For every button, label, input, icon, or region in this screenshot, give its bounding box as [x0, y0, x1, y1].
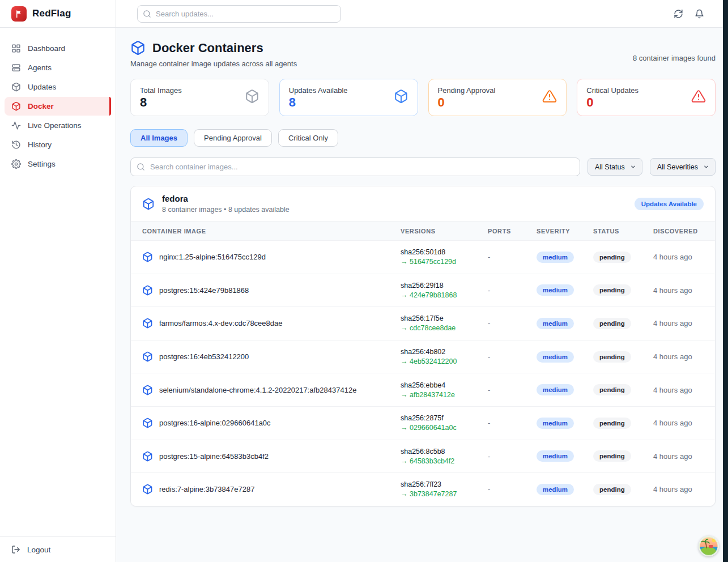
- status-filter-dropdown[interactable]: All Status: [587, 158, 642, 176]
- severity-cell: medium: [537, 351, 593, 363]
- table-row[interactable]: redis:7-alpine:3b73847e7287 sha256:7ff23…: [131, 472, 715, 506]
- status-cell: pending: [593, 384, 653, 395]
- topbar-icons: [674, 9, 704, 19]
- discovered-cell: 4 hours ago: [653, 352, 704, 361]
- sidebar-item-docker[interactable]: Docker: [5, 97, 111, 116]
- search-icon: [143, 10, 151, 18]
- docker-cube-icon: [130, 40, 146, 56]
- table-row[interactable]: farmos/farmos:4.x-dev:cdc78cee8dae sha25…: [131, 306, 715, 340]
- stat-label: Total Images: [140, 86, 259, 95]
- status-filter-value: All Status: [595, 163, 625, 171]
- current-version: sha256:2875f: [401, 414, 488, 422]
- sidebar-item-label: Docker: [28, 102, 54, 110]
- tab-pending-approval[interactable]: Pending Approval: [194, 129, 272, 147]
- status-badge: pending: [593, 351, 631, 363]
- sidebar-item-dashboard[interactable]: Dashboard: [5, 39, 111, 58]
- container-image-name: nginx:1.25-alpine:516475cc129d: [159, 253, 266, 261]
- tab-critical-only[interactable]: Critical Only: [278, 129, 338, 147]
- versions-cell: sha256:8c5b8 → 64583b3cb4f2: [401, 448, 488, 465]
- search-icon: [137, 163, 145, 171]
- bell-icon: [695, 9, 704, 19]
- severity-filter-dropdown[interactable]: All Severities: [650, 158, 716, 176]
- sidebar-item-label: Agents: [28, 63, 52, 72]
- severity-cell: medium: [537, 252, 593, 263]
- chevron-down-icon: [703, 164, 709, 170]
- sidebar-item-label: Updates: [28, 83, 56, 91]
- sidebar-footer: Logout: [0, 537, 116, 562]
- severity-cell: medium: [537, 484, 593, 495]
- image-search: [130, 157, 580, 176]
- severity-badge: medium: [537, 418, 574, 429]
- severity-badge: medium: [537, 284, 574, 296]
- ports-cell: -: [488, 386, 537, 394]
- docker-cube-icon: [142, 318, 153, 329]
- status-cell: pending: [593, 318, 653, 329]
- table-row[interactable]: postgres:16:4eb532412200 sha256:4b802 → …: [131, 340, 715, 373]
- stat-card-updates-available: Updates Available 8: [279, 79, 418, 116]
- current-version: sha256:17f5e: [401, 314, 488, 322]
- logout-icon: [11, 545, 20, 554]
- container-image-cell: redis:7-alpine:3b73847e7287: [142, 484, 401, 495]
- ports-cell: -: [488, 452, 537, 461]
- versions-cell: sha256:501d8 → 516475cc129d: [401, 248, 488, 266]
- table-header-row: Container Image Versions Ports Severity …: [131, 221, 715, 240]
- browser-side-strip[interactable]: [723, 0, 728, 562]
- warning-triangle-icon: [691, 89, 706, 106]
- main-area: Docker Containers Manage container image…: [116, 0, 728, 562]
- logout-button[interactable]: Logout: [11, 545, 104, 554]
- image-count-text: 8 container images found: [633, 54, 716, 62]
- sidebar-item-label: History: [28, 140, 52, 149]
- sidebar-item-label: Dashboard: [28, 44, 65, 53]
- severity-badge: medium: [537, 484, 574, 495]
- current-version: sha256:501d8: [401, 248, 488, 256]
- docker-cube-icon: [142, 351, 153, 362]
- severity-cell: medium: [537, 318, 593, 329]
- new-version: → cdc78cee8dae: [401, 324, 488, 332]
- current-version: sha256:8c5b8: [401, 448, 488, 455]
- table-row[interactable]: selenium/standalone-chrome:4.1.2-2022021…: [131, 373, 715, 406]
- sidebar-item-history[interactable]: History: [5, 135, 111, 154]
- versions-cell: sha256:17f5e → cdc78cee8dae: [401, 314, 488, 332]
- refresh-button[interactable]: [674, 9, 683, 19]
- severity-filter-value: All Severities: [657, 163, 698, 171]
- container-image-name: farmos/farmos:4.x-dev:cdc78cee8dae: [159, 319, 283, 327]
- severity-badge: medium: [537, 318, 574, 329]
- table-row[interactable]: postgres:16-alpine:029660641a0c sha256:2…: [131, 406, 715, 440]
- table-row[interactable]: postgres:15:424e79b81868 sha256:29f18 → …: [131, 274, 715, 307]
- container-image-cell: postgres:15:424e79b81868: [142, 285, 401, 296]
- status-cell: pending: [593, 418, 653, 429]
- sidebar-item-settings[interactable]: Settings: [5, 155, 111, 173]
- sidebar-item-updates[interactable]: Updates: [5, 78, 111, 96]
- sidebar-item-live-operations[interactable]: Live Operations: [5, 116, 111, 135]
- table-row[interactable]: nginx:1.25-alpine:516475cc129d sha256:50…: [131, 240, 715, 274]
- sidebar-nav: Dashboard Agents Updates Docker Live Ope…: [0, 28, 116, 537]
- chevron-down-icon: [630, 164, 636, 170]
- column-header-versions: Versions: [401, 228, 488, 235]
- redflag-logo-icon: [11, 6, 27, 22]
- stat-cards: Total Images 8 Updates Available 8 Pendi…: [130, 79, 716, 116]
- new-version: → 4eb532412200: [401, 357, 488, 365]
- status-cell: pending: [593, 252, 653, 263]
- notifications-button[interactable]: [695, 9, 704, 19]
- stat-value: 0: [438, 95, 557, 110]
- discovered-cell: 4 hours ago: [653, 386, 704, 394]
- table-row[interactable]: postgres:15-alpine:64583b3cb4f2 sha256:8…: [131, 440, 715, 473]
- stat-label: Pending Approval: [438, 86, 557, 95]
- server-icon: [11, 63, 21, 73]
- image-search-input[interactable]: [130, 157, 580, 176]
- sidebar-item-agents[interactable]: Agents: [5, 58, 111, 77]
- tab-all-images[interactable]: All Images: [130, 129, 188, 147]
- severity-cell: medium: [537, 384, 593, 395]
- new-version: → 424e79b81868: [401, 291, 488, 299]
- docker-cube-icon: [394, 89, 408, 106]
- island-extension-icon[interactable]: [699, 536, 719, 556]
- column-header-container-image: Container Image: [142, 228, 401, 235]
- image-group-card: fedora 8 container images • 8 updates av…: [130, 186, 716, 506]
- versions-cell: sha256:ebbe4 → afb28437412e: [401, 381, 488, 399]
- discovered-cell: 4 hours ago: [653, 253, 704, 261]
- brand: RedFlag: [0, 0, 116, 28]
- docker-cube-icon: [142, 252, 153, 262]
- docker-cube-icon: [142, 198, 155, 210]
- global-search-input[interactable]: [137, 5, 341, 23]
- status-badge: pending: [593, 450, 631, 462]
